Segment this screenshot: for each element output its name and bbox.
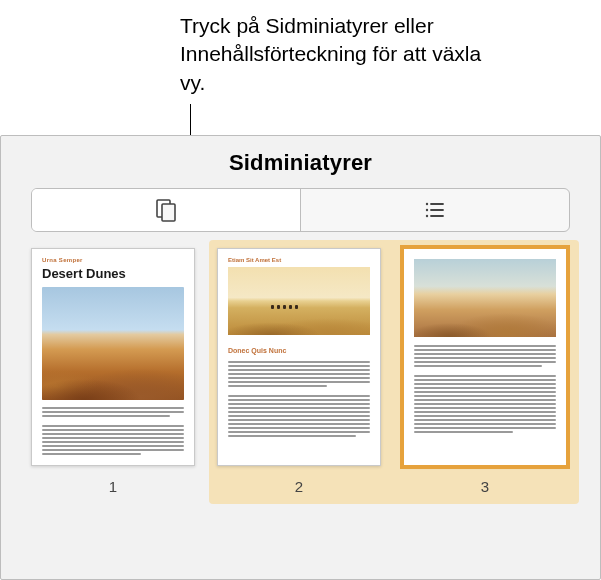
- thumbnail-col: Urna Semper Desert Dunes 1: [31, 248, 195, 495]
- thumbnails-tab[interactable]: [32, 189, 300, 231]
- page1-image: [42, 287, 184, 400]
- svg-point-6: [426, 215, 428, 217]
- panel-title: Sidminiatyrer: [1, 136, 600, 188]
- svg-point-2: [426, 203, 428, 205]
- thumbnails-icon: [153, 197, 179, 223]
- page-thumbnail-2[interactable]: Etiam Sit Amet Est Donec Quis Nunc: [217, 248, 381, 466]
- page1-title: Desert Dunes: [42, 266, 126, 281]
- toc-icon: [422, 197, 448, 223]
- svg-point-4: [426, 209, 428, 211]
- page-thumbnail-1[interactable]: Urna Semper Desert Dunes: [31, 248, 195, 466]
- view-segmented-control: [31, 188, 570, 232]
- page1-subtitle: Urna Semper: [42, 257, 83, 263]
- page2-image: [228, 267, 370, 335]
- page2-subtitle: Etiam Sit Amet Est: [228, 257, 281, 263]
- callout-text: Tryck på Sidminiatyrer eller Innehållsfö…: [180, 12, 500, 97]
- toc-tab[interactable]: [300, 189, 569, 231]
- thumbnail-col: Etiam Sit Amet Est Donec Quis Nunc: [217, 248, 381, 495]
- page2-heading: Donec Quis Nunc: [228, 347, 286, 354]
- thumbnails-area: Urna Semper Desert Dunes 1 Etiam S: [31, 248, 570, 528]
- page2-body: [228, 361, 370, 437]
- page1-body: [42, 407, 184, 455]
- page3-image: [414, 259, 556, 337]
- page-number: 3: [481, 478, 489, 495]
- svg-rect-1: [162, 204, 175, 221]
- page-number: 1: [109, 478, 117, 495]
- thumbnails-panel: Sidminiatyrer: [0, 135, 601, 580]
- page-thumbnail-3[interactable]: [403, 248, 567, 466]
- page-number: 2: [295, 478, 303, 495]
- thumbnails-row: Urna Semper Desert Dunes 1 Etiam S: [31, 248, 570, 495]
- page3-body: [414, 345, 556, 433]
- thumbnail-col: 3: [403, 248, 567, 495]
